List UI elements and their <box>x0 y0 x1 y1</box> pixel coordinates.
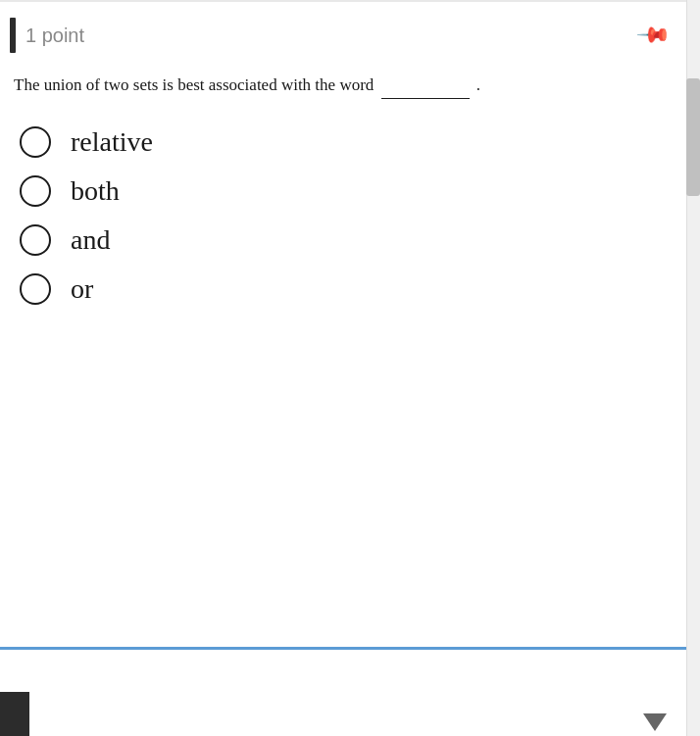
option-item-and[interactable]: and <box>20 224 667 256</box>
radio-and[interactable] <box>20 224 51 256</box>
question-text-part2: . <box>476 75 480 94</box>
question-text: The union of two sets is best associated… <box>10 71 667 99</box>
option-label-both: both <box>71 175 120 207</box>
blank-underline <box>381 71 470 99</box>
option-label-relative: relative <box>71 126 153 158</box>
radio-relative[interactable] <box>20 126 51 158</box>
option-label-or: or <box>71 273 93 305</box>
scrollbar-thumb[interactable] <box>686 78 700 196</box>
radio-or[interactable] <box>20 273 51 305</box>
bottom-blue-line <box>0 647 686 650</box>
bottom-arrow-icon[interactable] <box>643 713 667 731</box>
bottom-bar <box>0 692 29 736</box>
points-label: 1 point <box>25 25 84 47</box>
left-accent-bar <box>10 18 16 53</box>
option-item-or[interactable]: or <box>20 273 667 305</box>
radio-both[interactable] <box>20 175 51 207</box>
point-badge: 1 point <box>10 18 84 53</box>
option-label-and: and <box>71 224 110 256</box>
question-header: 1 point 📌 <box>10 18 667 53</box>
scrollbar[interactable] <box>686 0 700 736</box>
pin-icon: 📌 <box>635 17 672 53</box>
options-list: relative both and or <box>10 126 667 305</box>
option-item-relative[interactable]: relative <box>20 126 667 158</box>
option-item-both[interactable]: both <box>20 175 667 207</box>
main-content: 1 point 📌 The union of two sets is best … <box>0 0 686 736</box>
question-card: 1 point 📌 The union of two sets is best … <box>0 2 686 342</box>
question-text-part1: The union of two sets is best associated… <box>14 75 374 94</box>
